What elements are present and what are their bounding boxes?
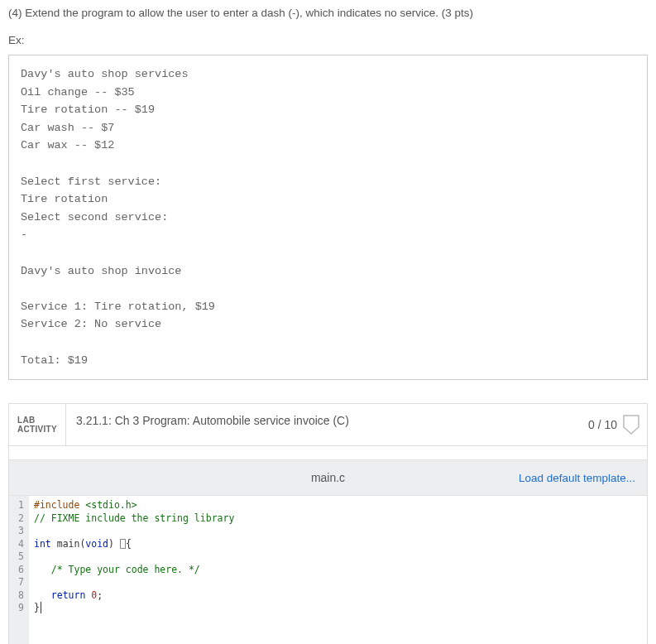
file-bar: main.c Load default template... [9,459,647,496]
lab-activity-badge: LAB ACTIVITY [9,404,66,445]
line-number-gutter: 1 2 3 4 5 6 7 8 9 [9,496,29,644]
code-token: ; [97,589,103,601]
line-number: 8 [12,589,24,603]
line-number: 7 [12,576,24,589]
code-token: /* Type your code here. */ [51,564,200,575]
code-token: return [51,589,86,601]
load-default-template-link[interactable]: Load default template... [519,472,647,484]
code-token: main( [51,538,86,550]
line-number: 9 [12,602,24,615]
line-number: 1 [12,499,24,512]
filename-label: main.c [311,471,345,484]
code-token: <stdio.h> [85,499,136,511]
lab-score: 0 / 10 [578,404,647,445]
code-token: ) [108,538,120,550]
caret-icon: ​ [41,602,41,613]
code-token [34,564,51,575]
line-number: 3 [12,525,24,538]
line-number: 4 [12,538,24,551]
lab-activity-panel: LAB ACTIVITY 3.21.1: Ch 3 Program: Autom… [8,403,648,644]
code-token [34,589,51,601]
code-token: int [34,538,51,550]
lab-score-text: 0 / 10 [588,418,617,431]
example-output-block: Davy's auto shop services Oil change -- … [8,55,648,380]
line-number: 6 [12,564,24,577]
code-token: { [126,538,132,550]
lab-badge-line2: ACTIVITY [17,425,57,435]
code-text-area[interactable]: #include <stdio.h> // FIXME include the … [29,496,647,644]
lab-header: LAB ACTIVITY 3.21.1: Ch 3 Program: Autom… [9,404,647,446]
lab-title: 3.21.1: Ch 3 Program: Automobile service… [66,404,578,445]
code-token: #include [34,499,85,511]
code-token: void [85,538,108,550]
code-editor[interactable]: 1 2 3 4 5 6 7 8 9 #include <stdio.h> // … [9,496,647,644]
code-token: // FIXME include the string library [34,512,234,524]
shield-icon [622,414,640,435]
example-label: Ex: [8,34,648,46]
code-token: } [34,602,40,613]
cursor-icon [120,539,126,549]
line-number: 5 [12,550,24,564]
lab-badge-line1: LAB [17,416,57,425]
line-number: 2 [12,512,24,526]
instruction-text: (4) Extend the program to allow the user… [8,7,648,19]
